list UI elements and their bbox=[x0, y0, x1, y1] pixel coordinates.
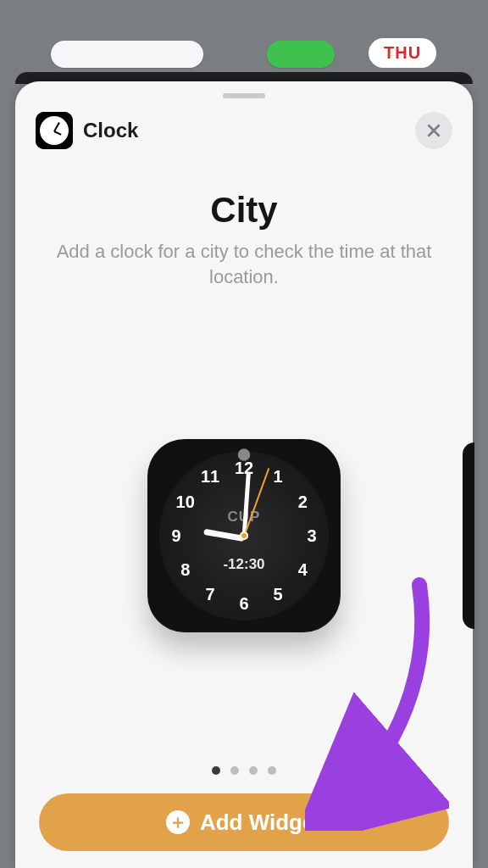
page-dot[interactable] bbox=[268, 766, 276, 775]
add-widget-button[interactable]: ＋ Add Widget bbox=[39, 793, 449, 851]
clock-numeral: 2 bbox=[291, 492, 314, 511]
hour-hand bbox=[203, 528, 244, 541]
widget-gallery-sheet: Clock City Add a clock for a city to che… bbox=[15, 81, 473, 868]
clock-numeral: 5 bbox=[266, 584, 290, 604]
plus-icon: ＋ bbox=[166, 810, 190, 834]
clock-numeral: 7 bbox=[198, 584, 222, 604]
widget-description: Add a clock for a city to check the time… bbox=[15, 231, 473, 289]
sheet-header: Clock bbox=[15, 98, 473, 156]
clock-numeral: 6 bbox=[232, 593, 256, 613]
page-dot[interactable] bbox=[249, 766, 258, 775]
calendar-badge: THU bbox=[369, 38, 436, 68]
clock-face: CUP -12:30 121234567891011 bbox=[159, 451, 329, 620]
add-widget-label: Add Widget bbox=[200, 810, 322, 836]
page-dot[interactable] bbox=[230, 766, 239, 775]
clock-numeral: 8 bbox=[174, 559, 197, 579]
page-dot[interactable] bbox=[212, 766, 220, 775]
close-button[interactable] bbox=[415, 112, 452, 149]
clock-numeral: 3 bbox=[300, 526, 324, 545]
home-pill-mid bbox=[267, 41, 335, 68]
close-icon bbox=[425, 122, 442, 139]
widget-carousel[interactable]: CUP -12:30 121234567891011 bbox=[15, 323, 473, 748]
widget-title: City bbox=[210, 190, 277, 231]
clock-numeral: 1 bbox=[266, 467, 290, 487]
next-widget-peek[interactable] bbox=[463, 442, 474, 629]
clock-hub bbox=[240, 531, 248, 540]
clock-numeral: 9 bbox=[164, 526, 188, 545]
widget-preview: CUP -12:30 121234567891011 bbox=[147, 439, 341, 632]
clock-offset: -12:30 bbox=[223, 556, 264, 573]
clock-numeral: 10 bbox=[174, 492, 197, 511]
page-dots[interactable] bbox=[212, 766, 276, 775]
clock-app-icon bbox=[36, 112, 73, 149]
clock-numeral: 4 bbox=[291, 559, 314, 579]
home-pill-left bbox=[51, 41, 203, 68]
clock-numeral: 11 bbox=[198, 467, 222, 487]
app-name-label: Clock bbox=[83, 119, 138, 142]
